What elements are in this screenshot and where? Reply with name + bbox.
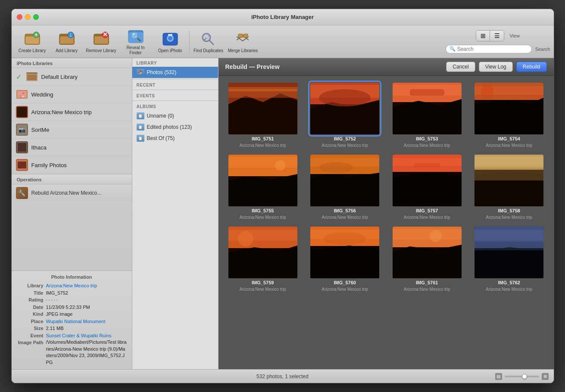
- svg-rect-50: [228, 87, 297, 91]
- list-view-button[interactable]: ☰: [490, 31, 504, 41]
- size-slider[interactable]: [505, 376, 539, 377]
- window-title: iPhoto Library Manager: [251, 14, 314, 20]
- rebuild-operation-item[interactable]: 🔧 Rebuild Arizona:New Mexico...: [12, 184, 132, 202]
- photo-cell-5761[interactable]: IMG_5761 Arizona:New Mexico trip: [390, 227, 465, 292]
- rebuild-title: Rebuild — Preview: [225, 63, 280, 70]
- photo-subtitle-5754: Arizona:New Mexico trip: [486, 143, 532, 148]
- photo-cell-5759[interactable]: IMG_5759 Arizona:New Mexico trip: [225, 227, 301, 292]
- svg-marker-64: [474, 98, 543, 134]
- info-label-place: Place: [16, 318, 46, 325]
- info-row-size: Size 2.11 MB: [16, 325, 128, 332]
- svg-marker-99: [393, 245, 462, 278]
- photo-thumb-5758: [474, 155, 543, 206]
- photo-cell-5752[interactable]: IMG_5752 Arizona:New Mexico trip: [307, 83, 383, 148]
- svg-point-75: [319, 162, 353, 173]
- open-iphoto-icon: [162, 30, 179, 47]
- merge-libraries-button[interactable]: Merge Libraries: [226, 27, 260, 57]
- photo-subtitle-5752: Arizona:New Mexico trip: [322, 143, 368, 148]
- add-library-button[interactable]: ↓ Add Library: [50, 27, 84, 57]
- photo-cell-5762[interactable]: IMG_5762 Arizona:New Mexico trip: [471, 227, 547, 292]
- album-icon-edited: 📋: [137, 124, 144, 131]
- album-label-bestof: Best Of (75): [147, 135, 175, 141]
- search-input[interactable]: [457, 46, 528, 52]
- svg-rect-105: [474, 242, 543, 250]
- photos-library-item[interactable]: 📚 Photos (532): [132, 67, 218, 78]
- svg-rect-98: [393, 229, 462, 240]
- library-item-default[interactable]: ✓ Default Library: [12, 68, 132, 86]
- search-box[interactable]: 🔍: [446, 45, 532, 53]
- svg-text:✕: ✕: [103, 31, 108, 38]
- photo-info-title: Photo Information: [16, 274, 128, 280]
- remove-library-icon: ✕: [93, 30, 110, 47]
- album-item-unname[interactable]: 📋 Unname (0): [132, 110, 218, 121]
- minimize-button[interactable]: [25, 14, 31, 20]
- photo-cell-5753[interactable]: IMG_5753 Arizona:New Mexico trip: [390, 83, 465, 148]
- library-item-wedding[interactable]: 💒 Wedding: [12, 86, 132, 103]
- svg-marker-59: [393, 99, 462, 134]
- info-row-place: Place Wupatki National Monument: [16, 318, 128, 325]
- center-pane: LIBRARY 📚 Photos (532) RECENT EVENTS ALB…: [132, 58, 219, 369]
- traffic-lights[interactable]: [17, 14, 39, 20]
- create-library-label: Create Library: [19, 48, 46, 53]
- view-button-group[interactable]: ⊞ ☰: [476, 30, 504, 41]
- reveal-in-finder-button[interactable]: 🔍 Reveal In Finder: [119, 27, 153, 57]
- photo-subtitle-5756: Arizona:New Mexico trip: [322, 215, 368, 220]
- title-bar: iPhoto Library Manager: [12, 9, 554, 25]
- remove-library-button[interactable]: ✕ Remove Library: [84, 27, 119, 57]
- photo-cell-5760[interactable]: IMG_5760 Arizona:New Mexico trip: [307, 227, 383, 292]
- svg-marker-69: [228, 174, 297, 206]
- library-name-family: Family Photos: [31, 162, 67, 168]
- photo-subtitle-5757: Arizona:New Mexico trip: [404, 215, 450, 220]
- info-label-image-path: Image Path: [16, 339, 46, 366]
- library-item-family[interactable]: Family Photos: [12, 156, 132, 174]
- photo-thumb-5753: [393, 83, 462, 134]
- fullscreen-button[interactable]: [33, 14, 39, 20]
- create-library-button[interactable]: + Create Library: [15, 27, 50, 57]
- svg-text:💒: 💒: [19, 91, 25, 97]
- svg-rect-45: [18, 162, 26, 168]
- library-item-sortme[interactable]: 📷 SortMe: [12, 121, 132, 139]
- view-log-button[interactable]: View Log: [479, 62, 513, 72]
- svg-point-20: [168, 36, 172, 40]
- photo-thumb-5752: [310, 83, 379, 134]
- album-item-bestof[interactable]: 📋 Best Of (75): [132, 133, 218, 144]
- photo-thumb-5760: [310, 227, 379, 278]
- svg-rect-30: [27, 75, 37, 80]
- photo-subtitle-5755: Arizona:New Mexico trip: [240, 215, 286, 220]
- album-item-edited[interactable]: 📋 Edited photos (123): [132, 121, 218, 133]
- rebuild-button[interactable]: Rebuild: [516, 62, 547, 72]
- photo-thumb-5759: [228, 227, 297, 278]
- svg-point-95: [323, 232, 366, 245]
- size-large-icon[interactable]: ⊞: [542, 373, 549, 380]
- cancel-button[interactable]: Cancel: [446, 62, 475, 72]
- photo-cell-5755[interactable]: IMG_5755 Arizona:New Mexico trip: [225, 155, 301, 220]
- photo-cell-5758[interactable]: IMG_5758 Arizona:New Mexico trip: [471, 155, 547, 220]
- svg-marker-89: [228, 246, 297, 278]
- info-value-title: IMG_5752: [46, 289, 128, 297]
- library-name-default: Default Library: [41, 74, 78, 80]
- library-item-ithaca[interactable]: Ithaca: [12, 139, 132, 156]
- photo-cell-5757[interactable]: IMG_5757 Arizona:New Mexico trip: [390, 155, 465, 220]
- photo-information-panel: Photo Information Library Arizona:New Me…: [12, 271, 132, 369]
- events-section-header: EVENTS: [132, 91, 218, 100]
- photo-name-5757: IMG_5757: [416, 208, 438, 213]
- sidebar-spacer: [12, 202, 132, 271]
- library-item-arizona[interactable]: Arizona:New Mexico trip: [12, 103, 132, 121]
- photo-cell-5754[interactable]: IMG_5754 Arizona:New Mexico trip: [471, 83, 547, 148]
- size-slider-thumb[interactable]: [522, 374, 527, 379]
- photo-cell-5756[interactable]: IMG_5756 Arizona:New Mexico trip: [307, 155, 383, 220]
- find-duplicates-button[interactable]: 🔎 Find Duplicates: [191, 27, 226, 57]
- size-small-icon[interactable]: ▤: [495, 373, 502, 380]
- info-label-rating: Rating: [16, 296, 46, 304]
- add-library-label: Add Library: [56, 48, 78, 53]
- sidebar-section-header: iPhoto Libraries: [12, 58, 132, 68]
- library-name-wedding: Wedding: [31, 91, 53, 98]
- library-section-header: LIBRARY: [132, 58, 218, 67]
- photo-cell-5751[interactable]: IMG_5751 Arizona:New Mexico trip: [225, 83, 301, 148]
- open-iphoto-button[interactable]: Open iPhoto: [153, 27, 187, 57]
- photo-thumb-5754: [474, 83, 543, 134]
- photo-name-5760: IMG_5760: [334, 280, 356, 285]
- photo-subtitle-5759: Arizona:New Mexico trip: [240, 287, 286, 292]
- grid-view-button[interactable]: ⊞: [476, 31, 490, 41]
- close-button[interactable]: [17, 14, 22, 20]
